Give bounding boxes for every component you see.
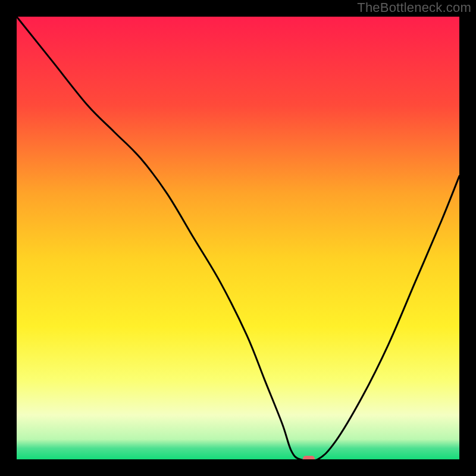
chart-container: TheBottleneck.com	[0, 0, 476, 476]
bottleneck-plot	[17, 17, 459, 459]
optimal-point-marker	[303, 456, 315, 459]
watermark-label: TheBottleneck.com	[357, 0, 471, 15]
plot-background	[17, 17, 459, 459]
